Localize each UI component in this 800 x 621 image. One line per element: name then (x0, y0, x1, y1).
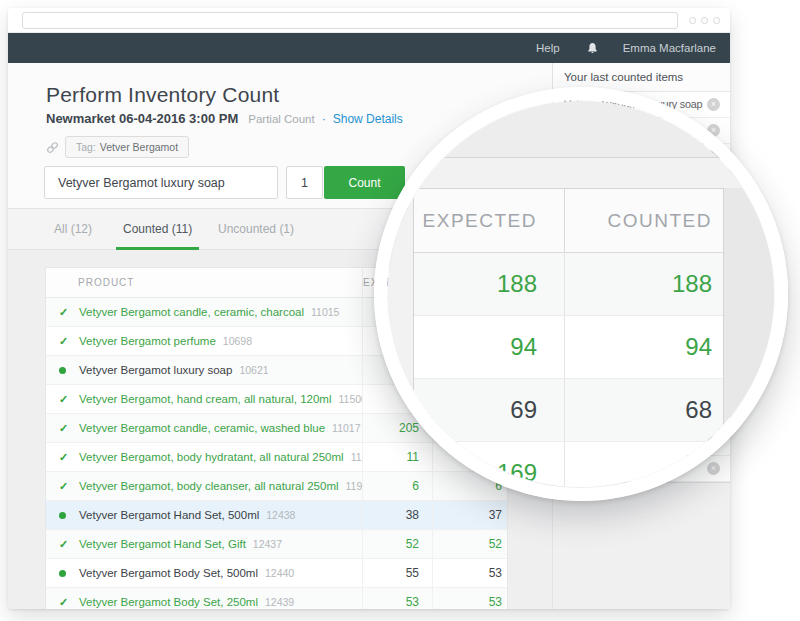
row-status-icon (59, 451, 79, 464)
lens-expected-header: EXPECTED (414, 189, 564, 253)
table-row[interactable]: Vetyver Bergamot, body hydratant, all na… (46, 443, 507, 472)
count-meta: Newmarket 06-04-2016 3:00 PM Partial Cou… (46, 111, 403, 126)
row-status-icon (59, 512, 79, 519)
separator-dot: · (322, 112, 326, 126)
table-row[interactable]: Vetyver Bergamot Body Set, 500ml 12440 5… (46, 559, 507, 588)
row-status-icon (59, 480, 79, 493)
table-row[interactable]: Vetyver Bergamot Body Set, 250ml 12439 5… (46, 588, 507, 609)
product-name: Vetyver Bergamot candle, ceramic, charco… (79, 306, 304, 318)
window-dots (689, 17, 720, 24)
product-name: Vetyver Bergamot perfume (79, 335, 216, 347)
counted-value: 52 (432, 530, 507, 558)
product-sku: 12439 (265, 596, 294, 608)
quantity-input[interactable] (286, 166, 323, 199)
remove-item-icon[interactable]: × (707, 98, 720, 111)
product-sku: 12438 (266, 509, 295, 521)
browser-bar (8, 8, 730, 33)
expected-value: 55 (362, 559, 432, 587)
expected-value: 11 (362, 443, 432, 471)
product-name: Vetyver Bergamot, body cleanser, all nat… (79, 480, 339, 492)
product-name: Vetyver Bergamot luxury soap (79, 364, 232, 376)
product-name: Vetyver Bergamot, body hydratant, all na… (79, 451, 344, 463)
counted-value: 37 (432, 501, 507, 529)
remove-item-icon[interactable]: × (707, 462, 720, 475)
lens-expected-value: 94 (414, 316, 564, 378)
product-cell: Vetyver Bergamot Hand Set, Gift 12437 (46, 530, 362, 558)
product-cell: Vetyver Bergamot, hand cream, all natura… (46, 385, 362, 413)
product-name: Vetyver Bergamot Body Set, 500ml (79, 567, 258, 579)
tag-chip[interactable]: Tag: Vetver Bergamot (65, 136, 189, 158)
lens-counted-header: COUNTED (564, 189, 723, 253)
product-cell: Vetyver Bergamot Body Set, 500ml 12440 (46, 559, 362, 587)
lens-table: EXPECTED COUNTED 188 188 94 94 (413, 188, 724, 487)
outlet-datetime: Newmarket 06-04-2016 3:00 PM (46, 111, 238, 126)
tab[interactable]: Uncounted (1) (211, 209, 301, 250)
product-cell: Vetyver Bergamot, body cleanser, all nat… (46, 472, 362, 500)
tag-value: Vetver Bergamot (100, 141, 178, 153)
tag-row: Tag: Vetver Bergamot (46, 136, 189, 158)
row-status-icon (59, 422, 79, 435)
page-title: Perform Inventory Count (46, 83, 279, 107)
table-row[interactable]: Vetyver Bergamot, body cleanser, all nat… (46, 472, 507, 501)
lens-table-header: EXPECTED COUNTED (414, 189, 723, 253)
product-sku: 12440 (265, 567, 294, 579)
table-row[interactable]: Vetyver Bergamot Hand Set, 500ml 12438 3… (46, 501, 507, 530)
lens-expected-value: 188 (414, 253, 564, 315)
lens-counted-value: 188 (564, 253, 723, 315)
show-details-link[interactable]: Show Details (333, 112, 403, 126)
product-sku: 11500 (339, 393, 363, 405)
product-sku: 11971 (351, 451, 362, 463)
lens-sidebar-strip (724, 188, 774, 487)
expected-value: 53 (362, 588, 432, 609)
product-sku: 10698 (223, 335, 252, 347)
product-search-input[interactable] (44, 166, 278, 199)
product-sku: 11970 (346, 480, 362, 492)
product-name: Vetyver Bergamot Hand Set, 500ml (79, 509, 259, 521)
lens-counted-value: 94 (564, 316, 723, 378)
product-name: Vetyver Bergamot candle, ceramic, washed… (79, 422, 325, 434)
product-name: Vetyver Bergamot Body Set, 250ml (79, 596, 258, 608)
product-cell: Vetyver Bergamot Hand Set, 500ml 12438 (46, 501, 362, 529)
tab[interactable]: Counted (11) (116, 209, 199, 250)
product-cell: Vetyver Bergamot, body hydratant, all na… (46, 443, 362, 471)
product-cell: Vetyver Bergamot candle, ceramic, charco… (46, 298, 362, 326)
bell-icon[interactable] (586, 42, 599, 55)
link-icon (46, 141, 59, 154)
top-navbar: Help Emma Macfarlane (8, 33, 730, 63)
lens-table-row: 69 68 (414, 379, 723, 442)
user-menu[interactable]: Emma Macfarlane (623, 42, 716, 54)
row-status-icon (59, 335, 79, 348)
tag-prefix: Tag: (76, 141, 96, 153)
product-sku: 11015 (311, 306, 339, 318)
count-type-label: Partial Count (248, 113, 314, 125)
row-status-icon (59, 367, 79, 374)
page: Help Emma Macfarlane Perform Inventory C… (0, 0, 800, 621)
url-field[interactable] (22, 12, 678, 29)
expected-value: 38 (362, 501, 432, 529)
expected-value: 6 (362, 472, 432, 500)
help-link[interactable]: Help (536, 42, 560, 54)
row-status-icon (59, 596, 79, 609)
product-cell: Vetyver Bergamot perfume 10698 (46, 327, 362, 355)
expected-value: 52 (362, 530, 432, 558)
counted-value: 6 (432, 472, 507, 500)
magnifier-lens: EXPECTED COUNTED 188 188 94 94 (388, 101, 774, 487)
sidebar-title: Your last counted items (553, 63, 730, 92)
product-column-header: PRODUCT (46, 268, 362, 298)
count-button[interactable]: Count (324, 166, 405, 199)
counted-value: 53 (432, 559, 507, 587)
table-row[interactable]: Vetyver Bergamot Hand Set, Gift 12437 52… (46, 530, 507, 559)
product-name: Vetyver Bergamot Hand Set, Gift (79, 538, 246, 550)
lens-table-row: 94 94 (414, 316, 723, 379)
counted-value: 53 (432, 588, 507, 609)
lens-table-row: 188 188 (414, 253, 723, 316)
remove-item-icon[interactable]: × (707, 124, 720, 137)
sidebar-footer-panel (553, 482, 730, 609)
product-sku: 11017 (332, 422, 360, 434)
tab[interactable]: All (12) (47, 209, 99, 250)
product-cell: Vetyver Bergamot Body Set, 250ml 12439 (46, 588, 362, 609)
product-cell: Vetyver Bergamot luxury soap 10621 (46, 356, 362, 384)
expected-value: 205 (362, 414, 432, 442)
product-cell: Vetyver Bergamot candle, ceramic, washed… (46, 414, 362, 442)
row-status-icon (59, 393, 79, 406)
